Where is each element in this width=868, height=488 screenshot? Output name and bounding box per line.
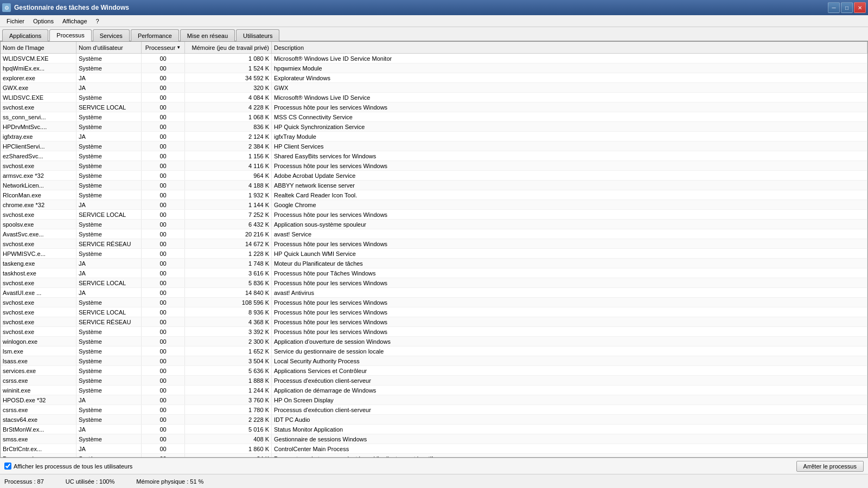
cell-cpu: 00 <box>142 63 185 73</box>
table-row[interactable]: svchost.exe SERVICE LOCAL 00 8 936 K Pro… <box>1 307 867 317</box>
tab-processus[interactable]: Processus <box>49 29 91 41</box>
cell-user: Système <box>76 181 142 190</box>
cell-name: winlogon.exe <box>1 337 76 346</box>
menu-fichier[interactable]: Fichier <box>2 17 29 25</box>
menu-options[interactable]: Options <box>29 17 58 25</box>
process-list[interactable]: WLIDSVCM.EXE Système 00 1 080 K Microsof… <box>1 54 867 457</box>
cell-name: svchost.exe <box>1 298 76 307</box>
cell-name: lsass.exe <box>1 356 76 365</box>
cell-mem: 6 432 K <box>185 220 272 229</box>
tab-mise-en-reseau[interactable]: Mise en réseau <box>180 29 235 41</box>
cell-cpu: 00 <box>142 288 185 297</box>
table-row[interactable]: csrss.exe Système 00 1 780 K Processus d… <box>1 405 867 415</box>
menu-affichage[interactable]: Affichage <box>58 17 92 25</box>
table-row[interactable]: WLIDSVCM.EXE Système 00 1 080 K Microsof… <box>1 54 867 63</box>
cell-mem: 4 188 K <box>185 181 272 190</box>
table-row[interactable]: lsm.exe Système 00 1 652 K Service du ge… <box>1 346 867 356</box>
table-row[interactable]: svchost.exe SERVICE LOCAL 00 7 252 K Pro… <box>1 210 867 220</box>
cell-user: Système <box>76 356 142 365</box>
table-row[interactable]: ezSharedSvc... Système 00 1 156 K Shared… <box>1 151 867 161</box>
table-row[interactable]: igfxtray.exe JA 00 2 124 K igfxTray Modu… <box>1 132 867 142</box>
table-row[interactable]: taskeng.exe JA 00 1 748 K Moteur du Plan… <box>1 259 867 268</box>
close-button[interactable]: ✕ <box>854 2 866 13</box>
table-row[interactable]: AvastUI.exe ... JA 00 14 840 K avast! An… <box>1 288 867 298</box>
table-row[interactable]: HPClientServi... Système 00 2 384 K HP C… <box>1 142 867 151</box>
table-row[interactable]: hpqWmiEx.ex... Système 00 1 524 K hpqwmi… <box>1 63 867 73</box>
table-row[interactable]: wininit.exe Système 00 1 244 K Applicati… <box>1 386 867 395</box>
tab-applications[interactable]: Applications <box>2 29 48 41</box>
table-row[interactable]: svchost.exe SERVICE LOCAL 00 4 228 K Pro… <box>1 102 867 112</box>
tab-services[interactable]: Services <box>93 29 130 41</box>
col-header-mem[interactable]: Mémoire (jeu de travail privé) <box>185 42 272 53</box>
cell-user: Système <box>76 249 142 258</box>
cell-mem: 1 652 K <box>185 346 272 356</box>
table-row[interactable]: svchost.exe SERVICE RÉSEAU 00 14 672 K P… <box>1 239 867 249</box>
table-row[interactable]: csrss.exe Système 00 1 888 K Processus d… <box>1 376 867 386</box>
cell-cpu: 00 <box>142 132 185 141</box>
table-row[interactable]: stacsv64.exe Système 00 2 228 K IDT PC A… <box>1 415 867 425</box>
col-header-user[interactable]: Nom d'utilisateur <box>76 42 142 53</box>
cell-user: Système <box>76 190 142 200</box>
table-row[interactable]: RIconMan.exe Système 00 1 932 K Realtek … <box>1 190 867 200</box>
cell-cpu: 00 <box>142 142 185 151</box>
cell-desc: Processus hôte pour les services Windows <box>272 161 867 170</box>
cell-cpu: 00 <box>142 122 185 131</box>
col-header-desc[interactable]: Description <box>272 42 867 53</box>
cell-name: svchost.exe <box>1 317 76 326</box>
table-row[interactable]: explorer.exe JA 00 34 592 K Explorateur … <box>1 73 867 83</box>
table-row[interactable]: svchost.exe SERVICE LOCAL 00 5 836 K Pro… <box>1 278 867 288</box>
table-row[interactable]: svchost.exe Système 00 3 392 K Processus… <box>1 327 867 337</box>
table-row[interactable]: armsvc.exe *32 Système 00 964 K Adobe Ac… <box>1 171 867 181</box>
maximize-button[interactable]: □ <box>841 2 853 13</box>
cell-name: ezSharedSvc... <box>1 151 76 160</box>
table-row[interactable]: WLIDSVC.EXE Système 00 4 084 K Microsoft… <box>1 93 867 102</box>
sort-arrow: ▼ <box>176 45 181 50</box>
cell-name: WLIDSVC.EXE <box>1 93 76 102</box>
cell-cpu: 00 <box>142 434 185 444</box>
end-process-button[interactable]: Arrêter le processus <box>796 461 864 472</box>
process-table-container: Nom de l'Image Nom d'utilisateur Process… <box>0 41 868 458</box>
table-row[interactable]: svchost.exe Système 00 108 596 K Process… <box>1 298 867 307</box>
cell-user: JA <box>76 425 142 434</box>
table-row[interactable]: BrCtrlCntr.ex... JA 00 1 860 K ControlCe… <box>1 444 867 454</box>
cell-name: NetworkLicen... <box>1 181 76 190</box>
table-row[interactable]: GWX.exe JA 00 320 K GWX <box>1 83 867 93</box>
table-row[interactable]: svchost.exe SERVICE RÉSEAU 00 4 368 K Pr… <box>1 317 867 327</box>
table-row[interactable]: lsass.exe Système 00 3 504 K Local Secur… <box>1 356 867 366</box>
table-row[interactable]: smss.exe Système 00 408 K Gestionnaire d… <box>1 434 867 444</box>
title-bar: ⚙ Gestionnaire des tâches de Windows ─ □… <box>0 0 868 15</box>
cell-name: RIconMan.exe <box>1 190 76 200</box>
table-row[interactable]: ss_conn_servi... Système 00 1 068 K MSS … <box>1 112 867 122</box>
tab-bar: Applications Processus Services Performa… <box>0 27 868 41</box>
table-row[interactable]: NetworkLicen... Système 00 4 188 K ABBYY… <box>1 181 867 190</box>
col-header-cpu[interactable]: Processeur ▼ <box>142 42 185 53</box>
cell-mem: 8 936 K <box>185 307 272 317</box>
cell-mem: 1 888 K <box>185 376 272 385</box>
show-all-users-label[interactable]: Afficher les processus de tous les utili… <box>4 463 132 470</box>
cell-cpu: 00 <box>142 171 185 180</box>
table-row[interactable]: svchost.exe Système 00 4 116 K Processus… <box>1 161 867 171</box>
table-row[interactable]: services.exe Système 00 5 636 K Applicat… <box>1 366 867 376</box>
show-all-users-checkbox[interactable] <box>4 463 11 470</box>
table-row[interactable]: HPWMISVC.e... Système 00 1 228 K HP Quic… <box>1 249 867 259</box>
table-row[interactable]: AvastSvc.exe... Système 00 20 216 K avas… <box>1 229 867 239</box>
table-row[interactable]: HPOSD.exe *32 JA 00 3 760 K HP On Screen… <box>1 395 867 405</box>
menu-help[interactable]: ? <box>92 17 104 25</box>
cell-desc: Local Security Authority Process <box>272 356 867 365</box>
minimize-button[interactable]: ─ <box>828 2 840 13</box>
cell-mem: 3 616 K <box>185 268 272 278</box>
table-row[interactable]: spoolsv.exe Système 00 6 432 K Applicati… <box>1 220 867 229</box>
cell-desc: Application d'ouverture de session Windo… <box>272 337 867 346</box>
col-header-name[interactable]: Nom de l'Image <box>1 42 76 53</box>
cell-mem: 4 368 K <box>185 317 272 326</box>
table-row[interactable]: Processus ina... Système 00 24 K Pourcen… <box>1 454 867 457</box>
table-row[interactable]: taskhost.exe JA 00 3 616 K Processus hôt… <box>1 268 867 278</box>
table-row[interactable]: BrStMonW.ex... JA 00 5 016 K Status Moni… <box>1 425 867 434</box>
table-row[interactable]: HPDrvMntSvc.... Système 00 836 K HP Quic… <box>1 122 867 132</box>
tab-utilisateurs[interactable]: Utilisateurs <box>236 29 279 41</box>
cell-cpu: 00 <box>142 454 185 457</box>
menu-bar: Fichier Options Affichage ? <box>0 15 868 27</box>
tab-performance[interactable]: Performance <box>131 29 179 41</box>
table-row[interactable]: winlogon.exe Système 00 2 300 K Applicat… <box>1 337 867 346</box>
table-row[interactable]: chrome.exe *32 JA 00 1 144 K Google Chro… <box>1 200 867 210</box>
